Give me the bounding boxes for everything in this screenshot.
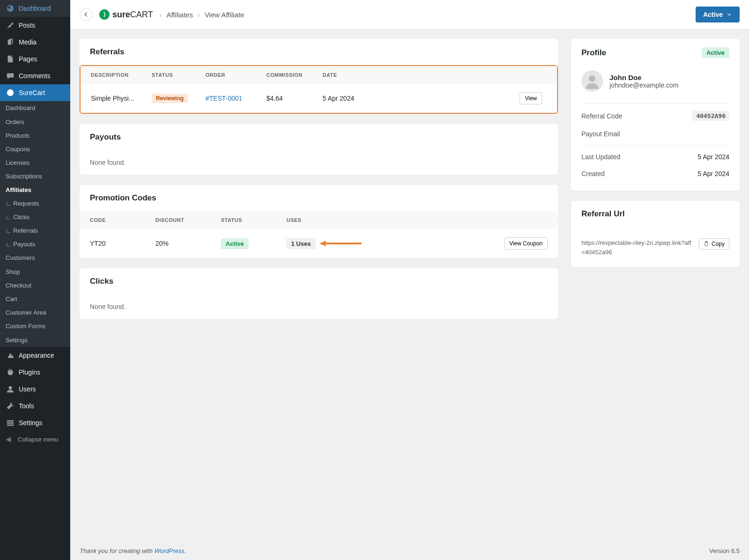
sub-shop[interactable]: Shop bbox=[0, 265, 70, 279]
sub-settings[interactable]: Settings bbox=[0, 333, 70, 347]
sidebar-item-label: Comments bbox=[19, 72, 51, 80]
referral-description: Simple Physi... bbox=[91, 95, 152, 102]
svg-rect-3 bbox=[7, 422, 14, 424]
sub-affiliates[interactable]: Affiliates bbox=[0, 183, 70, 197]
sidebar-item-settings[interactable]: Settings bbox=[0, 414, 70, 431]
sidebar-item-label: Media bbox=[19, 38, 37, 46]
svg-rect-2 bbox=[7, 420, 14, 422]
sidebar-item-comments[interactable]: Comments bbox=[0, 67, 70, 84]
sub-custom-forms[interactable]: Custom Forms bbox=[0, 319, 70, 333]
sub-referrals[interactable]: ∟ Referrals bbox=[0, 224, 70, 237]
promo-uses: 1 Uses bbox=[286, 238, 316, 249]
page-header: ⟩ sureCART › Affiliates › View Affiliate… bbox=[70, 0, 749, 29]
referral-row: Simple Physi... Reviewing #TEST-0001 $4.… bbox=[81, 84, 557, 113]
referrals-card: Referrals DESCRIPTION STATUS ORDER COMMI… bbox=[80, 39, 558, 114]
sidebar-item-users[interactable]: Users bbox=[0, 381, 70, 398]
comments-icon bbox=[6, 71, 15, 81]
sub-customers[interactable]: Customers bbox=[0, 251, 70, 265]
clicks-title: Clicks bbox=[80, 268, 558, 295]
crumb-affiliates[interactable]: Affiliates bbox=[167, 11, 193, 19]
clipboard-icon bbox=[704, 241, 709, 247]
sidebar-item-label: Posts bbox=[19, 22, 35, 29]
profile-title: Profile bbox=[581, 48, 606, 58]
active-dropdown-button[interactable]: Active bbox=[696, 7, 740, 22]
referral-commission: $4.64 bbox=[266, 95, 323, 102]
sidebar-item-tools[interactable]: Tools bbox=[0, 398, 70, 414]
last-updated-value: 5 Apr 2024 bbox=[698, 153, 729, 161]
avatar bbox=[581, 70, 603, 92]
sub-requests[interactable]: ∟ Requests bbox=[0, 197, 70, 210]
last-updated-label: Last Updated bbox=[581, 153, 620, 161]
plugins-icon bbox=[6, 368, 15, 377]
sidebar-item-media[interactable]: Media bbox=[0, 34, 70, 51]
sub-orders[interactable]: Orders bbox=[0, 115, 70, 129]
promo-row: YT20 20% Active 1 Uses View Coupon bbox=[80, 229, 558, 258]
sidebar-item-dashboard[interactable]: Dashboard bbox=[0, 0, 70, 17]
settings-icon bbox=[6, 418, 15, 427]
appearance-icon bbox=[6, 351, 15, 360]
payouts-title: Payouts bbox=[80, 124, 558, 150]
collapse-menu[interactable]: ◀ Collapse menu bbox=[0, 431, 70, 447]
chevron-right-icon: › bbox=[160, 11, 162, 19]
created-value: 5 Apr 2024 bbox=[698, 170, 729, 177]
surecart-icon bbox=[6, 88, 15, 97]
status-badge-reviewing: Reviewing bbox=[152, 94, 188, 103]
wordpress-link[interactable]: WordPress bbox=[154, 547, 184, 554]
sub-dashboard[interactable]: Dashboard bbox=[0, 101, 70, 115]
chevron-down-icon bbox=[727, 12, 732, 17]
referral-code-value: 40452A96 bbox=[692, 111, 729, 121]
chevron-right-icon: › bbox=[198, 11, 200, 19]
surecart-logo: ⟩ sureCART bbox=[99, 9, 153, 20]
sidebar-item-label: Pages bbox=[19, 55, 37, 63]
sidebar-item-label: Plugins bbox=[19, 368, 40, 376]
promotion-codes-card: Promotion Codes CODE DISCOUNT STATUS USE… bbox=[80, 185, 558, 258]
profile-email: johndoe@example.com bbox=[609, 81, 678, 89]
version-text: Version 6.5 bbox=[709, 547, 740, 554]
sidebar-item-label: Dashboard bbox=[19, 5, 51, 12]
view-coupon-button[interactable]: View Coupon bbox=[504, 237, 548, 250]
sub-products[interactable]: Products bbox=[0, 129, 70, 142]
sidebar-item-label: SureCart bbox=[19, 89, 45, 96]
svg-point-7 bbox=[589, 75, 595, 82]
sidebar-item-posts[interactable]: Posts bbox=[0, 17, 70, 34]
created-label: Created bbox=[581, 170, 605, 177]
copy-url-button[interactable]: Copy bbox=[699, 238, 729, 250]
footer: Thank you for creating with WordPress. V… bbox=[70, 542, 749, 560]
profile-card: Profile Active John Doe johndoe@example.… bbox=[571, 39, 740, 191]
svg-rect-4 bbox=[7, 425, 14, 426]
sidebar-item-label: Appearance bbox=[19, 352, 54, 359]
sub-subscriptions[interactable]: Subscriptions bbox=[0, 169, 70, 183]
pin-icon bbox=[6, 21, 15, 30]
referral-url-card: Referral Url https://respectable-riley-2… bbox=[571, 201, 740, 267]
crumb-view-affiliate[interactable]: View Affiliate bbox=[205, 11, 244, 19]
sub-payouts[interactable]: ∟ Payouts bbox=[0, 237, 70, 251]
sidebar-item-pages[interactable]: Pages bbox=[0, 51, 70, 67]
order-link[interactable]: #TEST-0001 bbox=[206, 95, 242, 102]
sidebar-item-plugins[interactable]: Plugins bbox=[0, 364, 70, 381]
sub-coupons[interactable]: Coupons bbox=[0, 142, 70, 156]
sub-cart[interactable]: Cart bbox=[0, 292, 70, 306]
payouts-none: None found. bbox=[80, 150, 558, 175]
view-referral-button[interactable]: View bbox=[520, 92, 542, 104]
clicks-card: Clicks None found. bbox=[80, 268, 558, 319]
sub-clicks[interactable]: ∟ Clicks bbox=[0, 210, 70, 224]
profile-name: John Doe bbox=[609, 74, 678, 81]
collapse-icon: ◀ bbox=[6, 435, 15, 443]
sub-checkout[interactable]: Checkout bbox=[0, 279, 70, 292]
sidebar-item-appearance[interactable]: Appearance bbox=[0, 347, 70, 364]
sub-customer-area[interactable]: Customer Area bbox=[0, 306, 70, 319]
back-button[interactable] bbox=[80, 8, 93, 21]
sidebar-item-label: Settings bbox=[19, 419, 43, 427]
surecart-logo-icon: ⟩ bbox=[99, 9, 110, 20]
svg-rect-8 bbox=[705, 242, 708, 246]
tools-icon bbox=[6, 401, 15, 411]
pages-icon bbox=[6, 54, 15, 64]
sub-licenses[interactable]: Licenses bbox=[0, 156, 70, 169]
referrals-table-header: DESCRIPTION STATUS ORDER COMMISSION DATE bbox=[81, 66, 557, 84]
sidebar-item-label: Users bbox=[19, 385, 36, 393]
sidebar-item-surecart[interactable]: SureCart bbox=[0, 84, 70, 101]
sidebar-item-label: Tools bbox=[19, 402, 34, 410]
status-badge-active: Active bbox=[221, 238, 249, 249]
media-icon bbox=[6, 37, 15, 47]
payout-email-label: Payout Email bbox=[581, 130, 620, 138]
